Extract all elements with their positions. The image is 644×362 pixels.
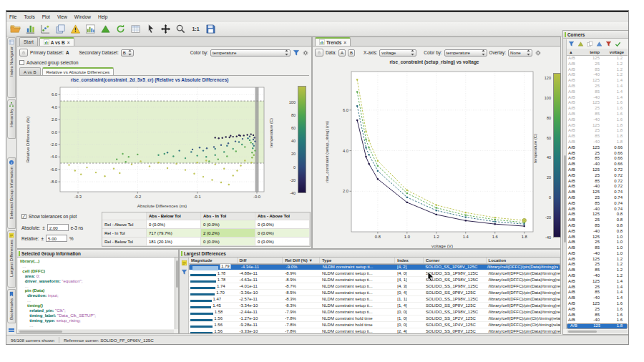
corner-row[interactable]: A/B250.74 [567,195,628,201]
corner-row[interactable]: A/B-400.72 [567,184,628,190]
close-icon[interactable]: × [67,40,70,45]
corner-row[interactable]: A/B251.4 [567,285,628,290]
trends-colorby-select[interactable]: temperature [444,49,487,57]
corner-row[interactable]: A/B1251.6 [567,100,628,106]
histogram-icon[interactable] [84,23,97,35]
scatter-chart-icon[interactable] [39,23,52,35]
corner-row[interactable]: A/B251.0 [567,240,628,245]
warning-filter-icon[interactable] [577,41,584,48]
rail-tab-selected-group-information[interactable]: iSelected Group Information [7,157,16,229]
dataset-a-button[interactable]: A [338,49,346,57]
refresh-icon[interactable] [114,23,127,35]
largest-differences-column-header[interactable]: MagnitudeDiffRel Diff (%) ▼TypeIndexCorn… [189,258,560,264]
gear-icon[interactable] [302,49,309,57]
corner-row[interactable]: A/B-401.0 [567,251,628,257]
largest-differences-icon[interactable] [180,259,187,266]
corner-row[interactable]: A/B1251.6 [567,301,628,307]
corner-row[interactable]: A/B850.8 [567,223,628,229]
corner-row[interactable]: A/B1250.74 [567,190,628,195]
ld-col-corner[interactable]: Corner [424,258,486,263]
xaxis-select[interactable]: voltage [379,49,416,57]
corner-row[interactable]: A/B-400.66 [567,162,628,167]
rail-tab-hierarchy[interactable]: Hierarchy [7,99,16,139]
corner-row[interactable]: A/B851.4 [567,290,628,295]
corner-row[interactable]: A/B-401.2 [567,273,628,279]
advanced-group-checkbox[interactable] [19,60,24,65]
group-info-vscrollbar[interactable] [175,258,178,329]
corner-row[interactable]: A/B-400.74 [567,207,628,212]
secondary-dataset-select[interactable]: B [121,49,134,57]
corner-row[interactable]: A/B1251.0 [567,235,628,240]
ld-row[interactable]: 1.56-3.33e-10-7.8%NLDM constraint setup … [189,328,560,333]
ld-col-magnitude[interactable]: Magnitude [189,258,238,263]
trends-plot[interactable]: 0.81.01.21.41.61.82.04.06.0voltage (V)ri… [323,67,537,250]
corner-row[interactable]: A/B251.8 [567,128,628,134]
ld-row[interactable]: 1.47-2.57e-11-8.3%NLDM constraint setup … [189,296,560,303]
corner-row[interactable]: A/B850.66 [567,156,628,162]
cursor-icon[interactable] [145,23,157,35]
menu-file[interactable]: File [9,14,16,19]
absolute-tolerance-input[interactable] [47,224,69,231]
lock-icon[interactable] [19,49,28,57]
open-icon[interactable] [9,23,21,35]
copy-icon[interactable] [586,41,593,48]
corner-row[interactable]: A/B-401.4 [567,95,628,101]
overlay-select[interactable]: None [508,49,532,57]
zoom-icon[interactable] [175,23,187,35]
corner-row[interactable]: A/B850.72 [567,179,628,185]
show-tolerances-checkbox[interactable]: ✓ [21,214,26,219]
corner-row[interactable]: A/B-401.6 [567,117,628,123]
corner-row[interactable]: A/B1250.8 [567,212,628,217]
corner-row[interactable]: A/B851.4 [567,89,628,95]
ld-row[interactable]: 1.58-2.44e-11-7.9%NLDM constraint setup … [189,309,560,315]
tab-start[interactable]: Start [19,37,38,46]
corner-row[interactable]: A/B251.6 [567,106,628,112]
corner-row[interactable]: A/B851.6 [567,112,628,117]
menu-window[interactable]: Window [74,14,91,19]
corner-row[interactable]: A/B851.6 [567,313,628,318]
ld-row[interactable]: 1.78-4.88e-11-8.9%NLDM constraint setup … [189,270,560,277]
check-icon[interactable] [614,41,621,48]
corner-row[interactable]: A/B851.0 [567,245,628,251]
filter-icon[interactable] [567,41,575,48]
ld-col-diff[interactable]: Diff [238,258,283,263]
menu-view[interactable]: View [57,14,67,19]
corner-row[interactable]: A/B-401.2 [567,72,628,78]
layers-icon[interactable] [54,23,67,35]
ld-col-index[interactable]: Index [395,258,424,263]
corner-row[interactable]: A/B1251.2 [567,56,628,62]
menu-help[interactable]: Help [98,14,107,19]
table-icon[interactable] [130,23,142,35]
remove-filter-icon[interactable] [605,41,612,48]
corners-horizontal-scrollbar[interactable] [567,330,628,333]
corner-row[interactable]: A/B1250.72 [567,167,628,173]
triangle-filter-icon[interactable] [595,41,602,48]
pan-icon[interactable] [160,23,172,35]
filter-icon[interactable] [180,268,187,275]
sort-asc-icon[interactable]: ▲ [567,50,580,54]
save-icon[interactable] [205,23,217,35]
close-icon[interactable]: × [343,40,346,45]
warning-triangle-icon[interactable] [69,23,82,35]
corner-row[interactable]: A/B1251.4 [567,279,628,285]
corner-row[interactable]: A/B-401.8 [567,140,628,145]
gear-icon[interactable] [535,49,542,57]
corner-row[interactable]: A/B250.66 [567,151,628,157]
corner-row[interactable]: A/B851.2 [567,268,628,273]
corner-row[interactable]: A/B251.6 [567,307,628,313]
ld-row[interactable]: 1.74-4.01e-11-8.7%NLDM constraint setup … [189,283,560,290]
corner-row[interactable]: A/B1251.2 [567,257,628,263]
corner-row[interactable]: A/B851.2 [567,67,628,73]
corner-row[interactable]: A/B850.74 [567,201,628,207]
subtab-a-vs-b[interactable]: A vs B [19,67,41,75]
corner-row[interactable]: A/B250.72 [567,173,628,179]
ld-row[interactable]: 1.78-4.63e-11-8.9%NLDM constraint setup … [189,277,560,283]
rail-tab-bookmarks[interactable]: Bookmarks [7,289,16,323]
corner-row[interactable]: A/B251.4 [567,84,628,89]
ld-col-location[interactable]: Location [487,258,560,263]
tab-a-vs-b[interactable]: A vs B × [39,37,74,46]
liberty-code-view[interactable]: library(...) ... cell (DFFC) area: 0; dr… [18,258,174,329]
corners-column-header[interactable]: ▲ temp voltage [567,49,628,56]
ld-col-type[interactable]: Type [320,258,395,263]
avsb-scatter-plot[interactable]: -0.3-0.2-0.1-0.06.04.02.00.0-2.0-4.0-6.0… [23,83,270,210]
